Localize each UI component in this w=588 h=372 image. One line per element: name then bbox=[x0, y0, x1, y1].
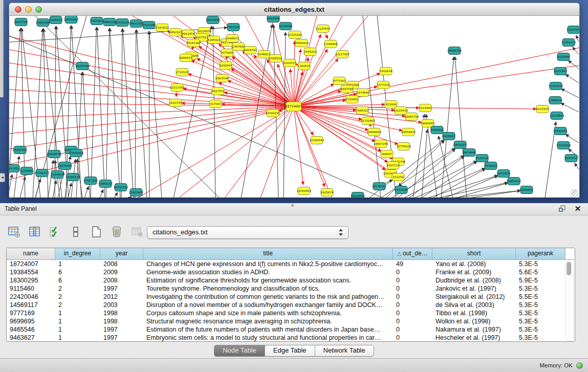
network-node[interactable]: 12217987 bbox=[335, 51, 350, 58]
network-node[interactable]: 13325419 bbox=[288, 31, 302, 39]
tab-network-table[interactable]: Network Table bbox=[315, 345, 374, 356]
edge[interactable] bbox=[9, 174, 12, 198]
network-node[interactable]: 8454743 bbox=[244, 47, 257, 54]
network-node[interactable]: 1527807 bbox=[91, 17, 103, 25]
network-node[interactable]: 7857224 bbox=[227, 24, 240, 31]
splitter-handle[interactable] bbox=[291, 204, 294, 207]
table-row[interactable]: 2242004622012Investigating the contribut… bbox=[7, 293, 575, 301]
network-node[interactable]: 9106533 bbox=[50, 16, 62, 24]
show-columns-icon[interactable] bbox=[28, 225, 42, 239]
network-node[interactable]: 1546637 bbox=[226, 35, 239, 42]
table-row[interactable]: 1830029562008Estimation of significance … bbox=[7, 276, 575, 285]
column-header-title[interactable]: title bbox=[143, 248, 393, 259]
network-node[interactable]: 6466160 bbox=[103, 18, 116, 26]
selected-edge[interactable] bbox=[294, 49, 328, 106]
network-node[interactable]: 16543382 bbox=[186, 39, 201, 47]
network-node[interactable]: 9227343 bbox=[554, 68, 567, 75]
network-node[interactable]: 8938923 bbox=[443, 133, 455, 140]
delete-table-icon[interactable] bbox=[130, 225, 144, 239]
edge[interactable] bbox=[129, 196, 132, 198]
network-node[interactable]: 9896057 bbox=[180, 54, 192, 62]
window-titlebar[interactable]: citations_edges.txt bbox=[9, 3, 580, 16]
table-row[interactable]: 946554611997Estimation of the future num… bbox=[7, 325, 575, 334]
column-header-in_degree[interactable]: in_degree bbox=[55, 248, 100, 259]
edge[interactable] bbox=[14, 156, 19, 198]
close-panel-icon[interactable]: ✕ bbox=[574, 205, 582, 213]
network-node[interactable]: 18724007 bbox=[285, 102, 302, 111]
edge[interactable] bbox=[121, 29, 122, 198]
network-node[interactable]: 6497568 bbox=[341, 85, 354, 93]
network-node[interactable]: 10975887 bbox=[58, 162, 72, 170]
edge[interactable] bbox=[421, 162, 477, 198]
network-node[interactable]: 2718126 bbox=[176, 69, 189, 76]
selected-edge[interactable] bbox=[9, 106, 294, 134]
network-node[interactable]: 9375685 bbox=[221, 49, 234, 57]
edge[interactable] bbox=[576, 35, 579, 41]
edge[interactable] bbox=[84, 186, 89, 198]
table-row[interactable]: 969969511998Structural magnetic resonanc… bbox=[7, 317, 575, 325]
selected-edge[interactable] bbox=[191, 60, 294, 106]
network-node[interactable]: 20206576 bbox=[47, 150, 61, 158]
network-node[interactable]: 17342737 bbox=[35, 169, 49, 177]
edge[interactable] bbox=[575, 163, 579, 169]
network-node[interactable]: 9115460 bbox=[419, 104, 432, 112]
edge[interactable] bbox=[561, 103, 579, 112]
network-node[interactable]: 8860123 bbox=[169, 29, 182, 36]
network-node[interactable]: 2316441 bbox=[346, 96, 359, 103]
tab-edge-table[interactable]: Edge Table bbox=[265, 345, 315, 356]
selected-edge[interactable] bbox=[225, 106, 294, 198]
network-node[interactable]: 817003 bbox=[209, 100, 222, 108]
column-header-year[interactable]: year bbox=[100, 248, 143, 259]
edge[interactable] bbox=[438, 183, 508, 198]
network-node[interactable]: 1114519 bbox=[51, 171, 64, 179]
edge[interactable] bbox=[48, 160, 53, 198]
network-node[interactable]: 7986322 bbox=[356, 107, 369, 115]
tab-node-table[interactable]: Node Table bbox=[214, 345, 265, 356]
table-row[interactable]: 911546021997Tourette syndrome. Phenomeno… bbox=[7, 285, 575, 293]
network-node[interactable]: 14671385 bbox=[129, 20, 143, 28]
column-layout-icon[interactable] bbox=[69, 225, 83, 239]
network-node[interactable]: 2935114 bbox=[476, 155, 489, 162]
network-node[interactable]: 9146821 bbox=[258, 51, 271, 58]
network-node[interactable]: 25205650 bbox=[13, 146, 27, 154]
network-node[interactable]: 8471676 bbox=[497, 170, 510, 178]
network-node[interactable]: 19756928 bbox=[397, 143, 411, 150]
window-resize-grip[interactable] bbox=[571, 189, 578, 196]
network-node[interactable]: 14136141 bbox=[372, 183, 386, 190]
network-node[interactable]: 12193832 bbox=[549, 82, 563, 90]
network-node[interactable]: 28053340 bbox=[75, 62, 90, 70]
edge[interactable] bbox=[284, 32, 286, 198]
network-node[interactable]: 8215955 bbox=[536, 105, 549, 113]
edge[interactable] bbox=[91, 27, 97, 198]
network-node[interactable]: 9245652 bbox=[520, 186, 533, 194]
network-node[interactable]: 10719135 bbox=[115, 19, 129, 27]
network-node[interactable]: 2367608 bbox=[232, 43, 245, 51]
network-node[interactable]: 8322037 bbox=[284, 59, 296, 67]
network-node[interactable]: 984067 bbox=[381, 150, 393, 158]
network-node[interactable]: 1362615 bbox=[298, 62, 311, 70]
network-node[interactable]: 9242843 bbox=[220, 62, 232, 70]
network-node[interactable]: 1674648 bbox=[357, 89, 369, 97]
table-row[interactable]: 1872400712008Changes of HCN gene express… bbox=[7, 260, 575, 268]
table-row[interactable]: 977716911998Corpus callosum shape and si… bbox=[7, 309, 575, 317]
edge[interactable] bbox=[468, 191, 520, 198]
edge[interactable] bbox=[561, 89, 579, 98]
new-table-icon[interactable] bbox=[89, 225, 103, 239]
network-node[interactable]: 10958187 bbox=[98, 180, 113, 188]
network-node[interactable]: 8427552 bbox=[212, 87, 225, 95]
network-node[interactable]: 11548408 bbox=[323, 40, 338, 48]
edge[interactable] bbox=[137, 30, 147, 198]
network-node[interactable]: 10655267 bbox=[64, 16, 78, 24]
network-node[interactable]: 1733426 bbox=[395, 186, 408, 194]
float-panel-icon[interactable] bbox=[558, 205, 567, 213]
network-node[interactable]: 12905135 bbox=[66, 173, 80, 181]
network-node[interactable]: 18495794 bbox=[404, 113, 419, 121]
edge[interactable] bbox=[35, 179, 40, 198]
edge[interactable] bbox=[97, 27, 105, 198]
delete-rows-icon[interactable] bbox=[110, 225, 124, 239]
network-node[interactable]: 12125439 bbox=[316, 25, 330, 33]
network-node[interactable]: 9218586 bbox=[279, 23, 292, 30]
selected-edge[interactable] bbox=[294, 64, 579, 106]
network-node[interactable]: 7632621 bbox=[485, 162, 497, 170]
network-node[interactable]: 11125978 bbox=[567, 26, 579, 34]
